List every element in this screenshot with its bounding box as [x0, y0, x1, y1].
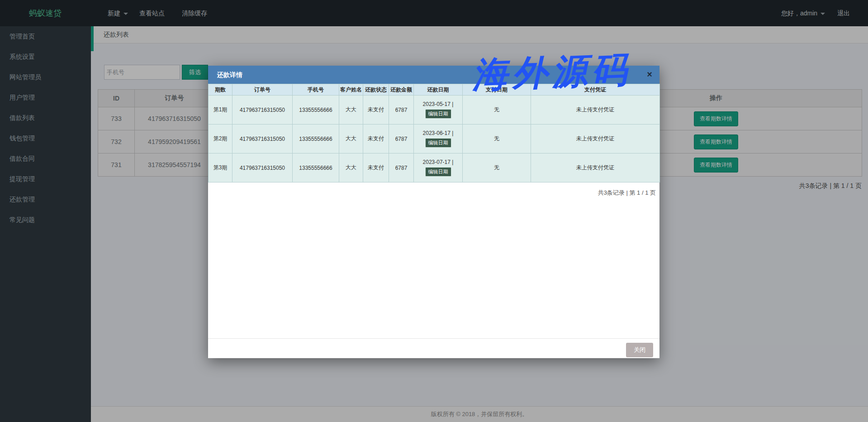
cell-repay-date: 2023-05-17 | 编辑日期	[414, 96, 463, 125]
cell-repay-date: 2023-06-17 | 编辑日期	[414, 125, 463, 153]
col-header-repay-date: 还款日期	[414, 84, 463, 96]
col-header-customer: 客户姓名	[339, 84, 363, 96]
period-row: 第1期 417963716315050 13355556666 大大 未支付 6…	[209, 96, 660, 125]
cell-voucher: 未上传支付凭证	[531, 153, 660, 182]
col-header-amount: 还款金额	[389, 84, 414, 96]
close-icon[interactable]: ×	[647, 70, 652, 79]
cell-status: 未支付	[363, 153, 389, 182]
cell-pay-date: 无	[463, 125, 531, 153]
edit-date-button[interactable]: 编辑日期	[425, 109, 451, 119]
modal-header: 还款详情 ×	[208, 66, 659, 84]
cell-phone: 13355556666	[293, 153, 339, 182]
repay-date-text: 2023-06-17 |	[414, 130, 462, 136]
cell-period: 第1期	[209, 96, 232, 125]
cell-phone: 13355556666	[293, 125, 339, 153]
cell-period: 第3期	[209, 153, 232, 182]
cell-repay-date: 2023-07-17 | 编辑日期	[414, 153, 463, 182]
cell-voucher: 未上传支付凭证	[531, 96, 660, 125]
close-modal-button[interactable]: 关闭	[626, 343, 653, 357]
cell-period: 第2期	[209, 125, 232, 153]
edit-date-button[interactable]: 编辑日期	[425, 138, 451, 148]
cell-amount: 6787	[389, 153, 414, 182]
cell-status: 未支付	[363, 125, 389, 153]
period-detail-table: 期数 订单号 手机号 客户姓名 还款状态 还款金额 还款日期 支付日期 支付凭证…	[208, 84, 660, 182]
period-row: 第3期 417963716315050 13355556666 大大 未支付 6…	[209, 153, 660, 182]
cell-phone: 13355556666	[293, 96, 339, 125]
cell-amount: 6787	[389, 96, 414, 125]
cell-customer: 大大	[339, 96, 363, 125]
repayment-detail-modal: 还款详情 × 期数 订单号 手机号 客户姓名 还款状态 还款金额 还款日期 支付…	[208, 66, 659, 358]
modal-title: 还款详情	[208, 66, 659, 84]
edit-date-button[interactable]: 编辑日期	[425, 167, 451, 177]
col-header-voucher: 支付凭证	[531, 84, 660, 96]
cell-pay-date: 无	[463, 96, 531, 125]
repay-date-text: 2023-07-17 |	[414, 159, 462, 165]
col-header-status: 还款状态	[363, 84, 389, 96]
cell-order-no: 417963716315050	[232, 153, 293, 182]
cell-customer: 大大	[339, 125, 363, 153]
cell-amount: 6787	[389, 125, 414, 153]
cell-order-no: 417963716315050	[232, 125, 293, 153]
repay-date-text: 2023-05-17 |	[414, 101, 462, 107]
cell-pay-date: 无	[463, 153, 531, 182]
col-header-phone: 手机号	[293, 84, 339, 96]
cell-customer: 大大	[339, 153, 363, 182]
col-header-order-no: 订单号	[232, 84, 293, 96]
modal-pagination: 共3条记录 | 第 1 / 1 页	[208, 189, 659, 197]
period-row: 第2期 417963716315050 13355556666 大大 未支付 6…	[209, 125, 660, 153]
cell-status: 未支付	[363, 96, 389, 125]
cell-order-no: 417963716315050	[232, 96, 293, 125]
col-header-period: 期数	[209, 84, 232, 96]
cell-voucher: 未上传支付凭证	[531, 125, 660, 153]
modal-table-header-row: 期数 订单号 手机号 客户姓名 还款状态 还款金额 还款日期 支付日期 支付凭证	[209, 84, 660, 96]
modal-footer: 关闭	[208, 338, 659, 358]
col-header-pay-date: 支付日期	[463, 84, 531, 96]
